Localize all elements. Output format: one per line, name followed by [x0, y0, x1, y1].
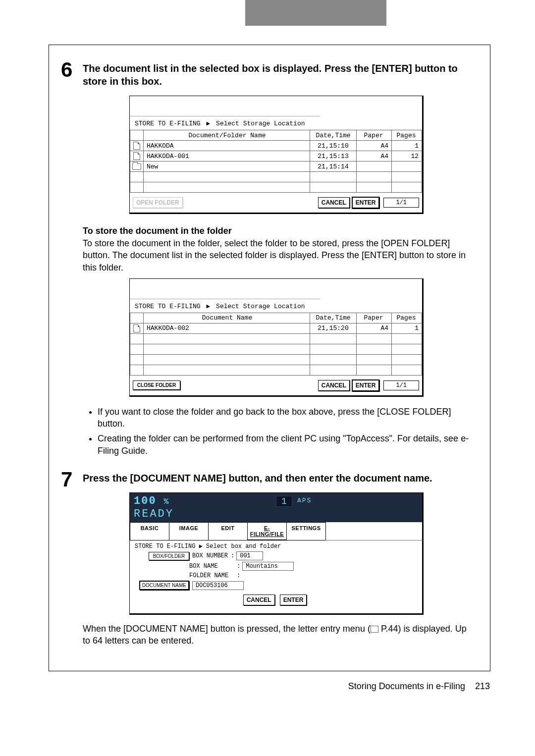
breadcrumb: STORE TO E-FILING ▶ Select Storage Locat… — [130, 116, 422, 130]
breadcrumb: STORE TO E-FILING ▶ Select Storage Locat… — [130, 299, 422, 313]
cell-name: HAKKODA — [144, 141, 310, 151]
document-icon — [133, 324, 140, 332]
cell-name: HAKKODA-002 — [144, 323, 310, 333]
tab-basic[interactable]: BASIC — [130, 522, 169, 540]
storage-location-panel-1: STORE TO E-FILING ▶ Select Storage Locat… — [129, 96, 424, 214]
breadcrumb-current: Select Storage Location — [216, 120, 305, 127]
efiling-panel: 100 % 1 APS READY BASIC IMAGE EDIT E-FIL… — [129, 492, 424, 615]
paragraph: To store the document in the folder, sel… — [83, 237, 470, 273]
cell-pages: 1 — [392, 141, 422, 151]
col-pages: Pages — [392, 130, 422, 141]
page-ref: P.44 — [378, 624, 398, 634]
panel-button-row: CANCEL ENTER — [135, 592, 417, 609]
cancel-button[interactable]: CANCEL — [318, 197, 350, 208]
copy-ratio: 100 % — [134, 495, 169, 507]
col-paper: Paper — [357, 313, 392, 323]
panel-title-bar — [130, 279, 320, 299]
col-date: Date,Time — [310, 130, 357, 141]
cancel-button[interactable]: CANCEL — [243, 594, 275, 605]
copy-count: 1 — [276, 496, 292, 507]
page-footer: Storing Documents in e-Filing 213 — [348, 681, 490, 692]
box-name-label: BOX NAME — [189, 563, 237, 570]
chevron-right-icon: ▶ — [206, 303, 210, 310]
breadcrumb: STORE TO E-FILING ▶ Select box and folde… — [135, 542, 417, 550]
cell-pages — [392, 162, 422, 172]
list-item: Creating the folder can be performed fro… — [98, 432, 470, 457]
table-row — [130, 333, 422, 344]
table-row[interactable]: HAKKODA 21,15:10 A4 1 — [130, 141, 422, 151]
enter-button[interactable]: ENTER — [352, 197, 380, 209]
cell-pages: 1 — [392, 323, 422, 333]
document-name-button[interactable]: DOCUMENT NAME — [139, 581, 189, 590]
table-row[interactable]: HAKKODA-001 21,15:13 A4 12 — [130, 151, 422, 162]
bullet-list: If you want to close the folder and go b… — [83, 406, 470, 457]
table-row[interactable]: New 21,15:14 — [130, 162, 422, 172]
cell-paper — [357, 162, 392, 172]
book-icon — [371, 626, 378, 633]
box-name-value: Mountains — [242, 562, 294, 571]
table-header-row: Document/Folder Name Date,Time Paper Pag… — [130, 130, 422, 141]
step-number: 7 — [61, 468, 72, 491]
paragraph: When the [DOCUMENT NAME] button is press… — [83, 623, 470, 647]
step-7: 7 Press the [DOCUMENT NAME] button, and … — [83, 472, 470, 647]
table-row[interactable]: HAKKODA-002 21,15:20 A4 1 — [130, 323, 422, 333]
tab-edit[interactable]: EDIT — [208, 522, 248, 540]
cell-date: 21,15:20 — [310, 323, 357, 333]
document-table: Document/Folder Name Date,Time Paper Pag… — [130, 130, 422, 193]
copy-ratio-value: 100 — [134, 495, 157, 507]
tab-filler — [325, 522, 423, 540]
cell-date: 21,15:14 — [310, 162, 357, 172]
folder-name-label: FOLDER NAME — [189, 572, 237, 579]
pager: 1/1 — [383, 380, 419, 390]
tab-settings[interactable]: SETTINGS — [286, 522, 326, 540]
footer-text: Storing Documents in e-Filing — [348, 681, 465, 691]
breadcrumb-current: Select box and folder — [206, 543, 281, 550]
panel-button-row: CLOSE FOLDER CANCEL ENTER 1/1 — [130, 376, 422, 395]
open-folder-button[interactable]: OPEN FOLDER — [133, 197, 183, 208]
document-icon — [133, 142, 140, 150]
cell-pages: 12 — [392, 151, 422, 162]
sub-heading: To store the document in the folder — [83, 226, 470, 236]
breadcrumb-current: Select Storage Location — [216, 303, 305, 310]
cell-date: 21,15:10 — [310, 141, 357, 151]
footer-page: 213 — [475, 681, 490, 691]
step-6: 6 The document list in the selected box … — [83, 62, 470, 457]
cancel-button[interactable]: CANCEL — [318, 380, 350, 391]
tab-efiling-file[interactable]: E-FILING/FILE — [247, 522, 287, 540]
box-folder-row: BOX/FOLDER BOX NUMBER: 001 — [135, 551, 417, 560]
folder-name-row: FOLDER NAME: — [135, 572, 417, 579]
step-number: 6 — [61, 58, 72, 82]
table-row — [130, 365, 422, 375]
close-folder-button[interactable]: CLOSE FOLDER — [133, 380, 180, 390]
col-pages: Pages — [392, 313, 422, 323]
panel-title-bar — [130, 96, 320, 116]
chevron-right-icon: ▶ — [199, 543, 206, 550]
col-date: Date,Time — [310, 313, 357, 323]
box-number-label: BOX NUMBER — [192, 552, 231, 559]
document-name-value: DOC053106 — [192, 581, 244, 590]
col-name: Document/Folder Name — [144, 130, 310, 141]
cell-date: 21,15:13 — [310, 151, 357, 162]
enter-button[interactable]: ENTER — [352, 379, 380, 391]
table-row — [130, 344, 422, 354]
box-number-value: 001 — [236, 551, 263, 560]
aps-label: APS — [297, 495, 312, 504]
header-tab — [245, 0, 386, 26]
panel-button-row: OPEN FOLDER CANCEL ENTER 1/1 — [130, 193, 422, 213]
col-name: Document Name — [144, 313, 310, 323]
box-folder-button[interactable]: BOX/FOLDER — [149, 552, 189, 560]
ready-status: READY — [130, 508, 422, 522]
breadcrumb-root: STORE TO E-FILING — [135, 303, 201, 310]
enter-button[interactable]: ENTER — [280, 594, 307, 605]
cell-paper: A4 — [357, 323, 392, 333]
step-title: The document list in the selected box is… — [83, 62, 470, 88]
cell-paper: A4 — [357, 141, 392, 151]
tab-row: BASIC IMAGE EDIT E-FILING/FILE SETTINGS — [130, 522, 422, 540]
table-row — [130, 182, 422, 193]
tab-image[interactable]: IMAGE — [169, 522, 209, 540]
efiling-body: STORE TO E-FILING ▶ Select box and folde… — [130, 540, 422, 613]
breadcrumb-root: STORE TO E-FILING — [135, 543, 195, 550]
cell-name: New — [144, 162, 310, 172]
breadcrumb-root: STORE TO E-FILING — [135, 120, 201, 127]
pager: 1/1 — [383, 198, 419, 208]
